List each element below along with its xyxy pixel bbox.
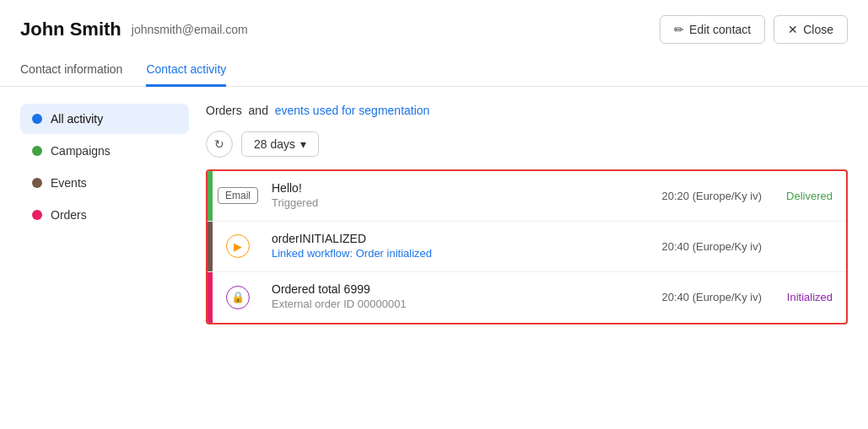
- activity-subtitle-2: External order ID 00000001: [272, 298, 644, 310]
- activity-status-1: [770, 222, 846, 271]
- pencil-icon: ✏: [674, 23, 684, 36]
- dot-events: [32, 178, 42, 188]
- table-row: ▶ orderINITIALIZED Linked workflow: Orde…: [208, 222, 846, 272]
- header-left: John Smith johnsmith@email.com: [20, 19, 248, 40]
- chevron-down-icon: ▾: [300, 137, 306, 151]
- activity-content-0: Hello! Triggered: [263, 171, 653, 221]
- tab-contact-information[interactable]: Contact information: [20, 54, 122, 87]
- activity-content-1: orderINITIALIZED Linked workflow: Order …: [263, 222, 653, 271]
- tabs: Contact information Contact activity: [0, 54, 868, 87]
- dot-all-activity: [32, 114, 42, 124]
- contact-email: johnsmith@email.com: [132, 23, 248, 36]
- play-icon: ▶: [226, 234, 250, 258]
- activity-title-0: Hello!: [272, 181, 644, 195]
- dot-orders: [32, 210, 42, 220]
- days-label: 28 days: [254, 137, 295, 151]
- refresh-icon: ↻: [214, 137, 224, 151]
- sidebar-item-all-activity[interactable]: All activity: [20, 104, 189, 134]
- sidebar-item-orders[interactable]: Orders: [20, 200, 189, 230]
- sidebar-label-events: Events: [51, 176, 87, 190]
- activity-subtitle-0: Triggered: [272, 196, 644, 209]
- table-row: 🔒 Ordered total 6999 External order ID 0…: [208, 272, 846, 323]
- sidebar-item-events[interactable]: Events: [20, 168, 189, 198]
- days-dropdown[interactable]: 28 days ▾: [241, 131, 319, 157]
- activity-container: Email Hello! Triggered 20:20 (Europe/Ky …: [206, 169, 848, 324]
- activity-time-2: 20:40 (Europe/Ky iv): [653, 272, 770, 323]
- sidebar-label-campaigns: Campaigns: [51, 144, 111, 158]
- edit-button-label: Edit contact: [689, 23, 751, 36]
- lock-icon: 🔒: [226, 286, 250, 309]
- icon-col-1: ▶: [213, 222, 263, 271]
- activity-title-2: Ordered total 6999: [272, 282, 644, 296]
- edit-contact-button[interactable]: ✏ Edit contact: [660, 15, 765, 44]
- activity-time-0: 20:20 (Europe/Ky iv): [653, 171, 770, 221]
- activity-title-1: orderINITIALIZED: [272, 232, 644, 245]
- activity-time-1: 20:40 (Europe/Ky iv): [653, 222, 770, 271]
- activity-status-2: Initialized: [770, 272, 846, 323]
- header-actions: ✏ Edit contact ✕ Close: [660, 15, 848, 44]
- header: John Smith johnsmith@email.com ✏ Edit co…: [0, 0, 868, 44]
- description-prefix: Orders: [206, 104, 242, 117]
- sidebar-label-all-activity: All activity: [51, 112, 103, 126]
- icon-col-2: 🔒: [213, 272, 263, 323]
- activity-subtitle-1[interactable]: Linked workflow: Order initialized: [272, 247, 644, 260]
- tab-contact-activity[interactable]: Contact activity: [146, 54, 226, 87]
- sidebar-label-orders: Orders: [51, 208, 87, 222]
- close-button[interactable]: ✕ Close: [774, 15, 848, 44]
- dot-campaigns: [32, 146, 42, 156]
- email-badge: Email: [218, 187, 258, 204]
- sidebar: All activity Campaigns Events Orders: [20, 104, 189, 324]
- icon-col-0: Email: [213, 171, 263, 221]
- refresh-button[interactable]: ↻: [206, 131, 233, 158]
- close-button-label: Close: [803, 23, 833, 36]
- close-icon: ✕: [788, 23, 798, 36]
- table-row: Email Hello! Triggered 20:20 (Europe/Ky …: [208, 171, 846, 222]
- activity-status-0: Delivered: [770, 171, 846, 221]
- contact-name: John Smith: [20, 19, 121, 40]
- main-header: Orders and events used for segmentation: [206, 104, 848, 117]
- main-content: Orders and events used for segmentation …: [189, 104, 848, 324]
- sidebar-item-campaigns[interactable]: Campaigns: [20, 136, 189, 166]
- description-link[interactable]: events used for segmentation: [275, 104, 430, 117]
- body: All activity Campaigns Events Orders Ord…: [0, 87, 868, 341]
- activity-content-2: Ordered total 6999 External order ID 000…: [263, 272, 653, 323]
- description-text: Orders and events used for segmentation: [206, 104, 429, 117]
